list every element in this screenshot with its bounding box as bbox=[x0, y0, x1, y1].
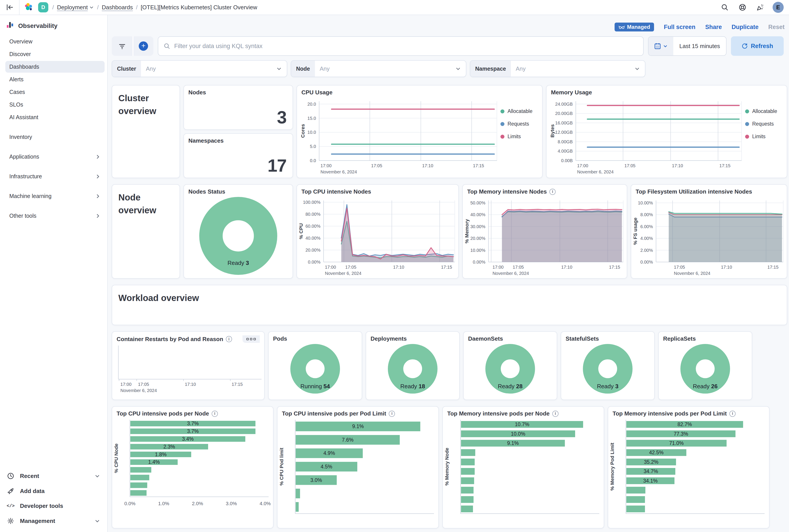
svg-text:6.00%: 6.00% bbox=[640, 224, 653, 229]
time-picker-calendar-button[interactable] bbox=[648, 37, 673, 55]
svg-text:17:00: 17:00 bbox=[493, 265, 503, 269]
query-bar: + Last 15 minutes Refresh bbox=[112, 36, 787, 56]
legend-item-requests[interactable]: Requests bbox=[500, 121, 540, 127]
breadcrumb-deployment[interactable]: Deployment bbox=[57, 4, 94, 11]
info-icon[interactable]: i bbox=[552, 411, 558, 417]
svg-text:3.4%: 3.4% bbox=[182, 436, 194, 442]
collapse-nav-icon[interactable] bbox=[4, 2, 15, 13]
sidebar-item-developer-tools[interactable]: </>Developer tools bbox=[3, 498, 105, 513]
top-filesystem-nodes-chart[interactable]: 0.00%2.00%4.00%6.00%8.00%10.00%17:0517:1… bbox=[631, 196, 787, 276]
legend-item-limits[interactable]: Limits bbox=[500, 134, 540, 139]
sidebar-item-alerts[interactable]: Alerts bbox=[5, 74, 105, 85]
top-cpu-pods-limit-chart[interactable]: 9.1%7.6%4.9%4.5%3.0%% CPU Pod limit bbox=[277, 418, 438, 518]
elastic-logo[interactable] bbox=[23, 2, 34, 13]
svg-text:17:10: 17:10 bbox=[185, 382, 196, 387]
sidebar-item-label: Other tools bbox=[9, 213, 36, 219]
kibana-app: D / Deployment / Dashboards / [OTEL][Met… bbox=[0, 0, 789, 532]
legend-item-requests[interactable]: Requests bbox=[745, 121, 785, 127]
panel-title: Namespaces bbox=[188, 137, 224, 144]
sidebar-item-infrastructure[interactable]: Infrastructure bbox=[5, 171, 105, 182]
deployment-avatar[interactable]: D bbox=[38, 2, 48, 13]
top-memory-pods-limit-chart[interactable]: 82.7%77.3%71.0%42.5%35.2%34.7%34.1%% Mem… bbox=[608, 418, 769, 518]
sidebar-item-ai-assistant[interactable]: AI Assistant bbox=[5, 111, 105, 123]
svg-text:17:10: 17:10 bbox=[393, 265, 404, 269]
breadcrumb-dashboards[interactable]: Dashboards bbox=[102, 4, 133, 11]
namespaces-metric-panel: Namespaces 17 bbox=[184, 133, 293, 178]
kql-query-input[interactable] bbox=[174, 43, 638, 50]
sidebar-item-machine-learning[interactable]: Machine learning bbox=[5, 190, 105, 202]
observability-icon bbox=[6, 21, 14, 30]
managed-badge[interactable]: Managed bbox=[614, 23, 654, 32]
legend-item-limits[interactable]: Limits bbox=[745, 134, 785, 139]
duplicate-button[interactable]: Duplicate bbox=[732, 24, 759, 31]
refresh-button[interactable]: Refresh bbox=[731, 36, 784, 56]
container-restarts-chart[interactable]: 17:0017:0517:1017:15November 6, 2024 bbox=[112, 344, 264, 393]
donut-label: Ready 28 bbox=[464, 383, 557, 390]
sidebar-item-inventory[interactable]: Inventory bbox=[5, 131, 105, 143]
sidebar-item-label: Dashboards bbox=[9, 63, 39, 70]
dashboard-header: Managed Full screen Share Duplicate Rese… bbox=[112, 21, 787, 33]
svg-text:17:05: 17:05 bbox=[513, 265, 524, 269]
control-label: Namespace bbox=[470, 61, 511, 77]
svg-text:17:00: 17:00 bbox=[325, 265, 336, 269]
kql-search-bar bbox=[158, 36, 644, 56]
info-icon[interactable]: i bbox=[389, 411, 395, 417]
info-icon[interactable]: i bbox=[212, 411, 218, 417]
top-navigation-bar: D / Deployment / Dashboards / [OTEL][Met… bbox=[0, 0, 789, 15]
solution-title: Observability bbox=[18, 22, 57, 30]
top-memory-pods-node-panel: Top Memory intensive pods per Nodei 10.7… bbox=[442, 406, 604, 529]
legend-label: Limits bbox=[752, 134, 766, 139]
svg-text:100.00%: 100.00% bbox=[303, 200, 320, 205]
daemonsets-panel: DaemonSets Ready 28 bbox=[463, 331, 557, 400]
svg-text:0.00%: 0.00% bbox=[308, 260, 320, 264]
legend-dot bbox=[745, 122, 749, 126]
sidebar-item-management[interactable]: Management bbox=[3, 513, 105, 529]
sidebar-item-dashboards[interactable]: Dashboards bbox=[5, 61, 105, 73]
svg-text:1.0%: 1.0% bbox=[158, 501, 169, 506]
section-heading: Cluster overview bbox=[112, 86, 180, 124]
chevron-right-icon bbox=[95, 154, 100, 160]
legend-item-allocatable[interactable]: Allocatable bbox=[500, 108, 540, 114]
time-range-value[interactable]: Last 15 minutes bbox=[673, 37, 726, 55]
top-cpu-pods-node-chart[interactable]: 3.7%3.7%3.4%2.3%1.8%1.4%0.0%1.0%2.0%3.0%… bbox=[112, 418, 273, 508]
sidebar-item-discover[interactable]: Discover bbox=[5, 48, 105, 60]
info-icon[interactable]: i bbox=[226, 336, 232, 342]
memory-usage-chart[interactable]: 0.00B4.00GB8.00GB12.00GB16.00GB20.00GB24… bbox=[548, 97, 745, 175]
svg-text:5.0: 5.0 bbox=[310, 144, 316, 149]
top-memory-pods-node-chart[interactable]: 10.7%10.0%9.1%% Memory Node bbox=[443, 418, 604, 518]
sidebar-item-recent[interactable]: Recent bbox=[3, 469, 105, 483]
help-icon[interactable] bbox=[737, 2, 748, 13]
svg-text:0.0: 0.0 bbox=[310, 158, 316, 163]
sidebar-item-applications[interactable]: Applications bbox=[5, 151, 105, 163]
legend-item-allocatable[interactable]: Allocatable bbox=[745, 108, 785, 114]
share-button[interactable]: Share bbox=[705, 24, 722, 31]
info-icon[interactable]: i bbox=[549, 189, 556, 195]
panel-title: DaemonSets bbox=[468, 335, 503, 342]
cluster-control[interactable]: Cluster Any bbox=[112, 60, 287, 77]
legend-label: Allocatable bbox=[508, 108, 533, 114]
node-control[interactable]: Node Any bbox=[291, 60, 466, 77]
sidebar-item-overview[interactable]: Overview bbox=[5, 36, 105, 48]
cpu-usage-chart[interactable]: 0.05.010.015.020.017:0017:0517:1017:15No… bbox=[299, 97, 500, 175]
sidebar-item-add-data[interactable]: Add data bbox=[3, 483, 105, 498]
top-cpu-nodes-chart[interactable]: 0.00%20.00%40.00%60.00%80.00%100.00%17:0… bbox=[297, 196, 458, 276]
sidebar-item-slos[interactable]: SLOs bbox=[5, 99, 105, 111]
svg-text:3.0%: 3.0% bbox=[226, 501, 237, 506]
sidebar-item-other-tools[interactable]: Other tools bbox=[5, 210, 105, 222]
whats-new-icon[interactable] bbox=[755, 2, 766, 13]
reset-button[interactable]: Reset bbox=[768, 24, 785, 31]
panel-title: Top Filesystem Utilization intensive Nod… bbox=[636, 188, 752, 195]
sidebar-item-cases[interactable]: Cases bbox=[5, 86, 105, 98]
top-memory-nodes-chart[interactable]: 0.00%10.00%20.00%30.00%40.00%50.00%17:00… bbox=[463, 196, 627, 276]
saved-query-menu-button[interactable] bbox=[112, 36, 132, 56]
info-icon[interactable]: i bbox=[729, 411, 736, 417]
full-screen-button[interactable]: Full screen bbox=[664, 24, 696, 31]
svg-text:20.00GB: 20.00GB bbox=[555, 111, 573, 116]
add-filter-button[interactable]: + bbox=[132, 36, 153, 56]
user-avatar[interactable]: E bbox=[773, 2, 784, 13]
search-icon[interactable] bbox=[719, 2, 730, 13]
svg-text:77.3%: 77.3% bbox=[674, 431, 688, 437]
namespace-control[interactable]: Namespace Any bbox=[470, 60, 645, 77]
panel-options-button[interactable] bbox=[242, 335, 260, 343]
svg-text:% Memory Pod Limit: % Memory Pod Limit bbox=[609, 442, 615, 491]
